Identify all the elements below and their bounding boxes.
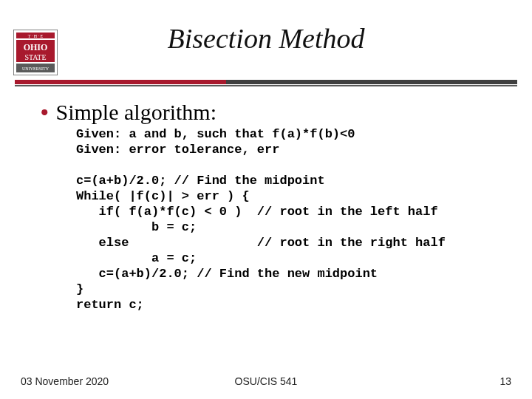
bullet-text: Simple algorithm: bbox=[56, 100, 217, 125]
content-area: • Simple algorithm: Given: a and b, such… bbox=[41, 100, 510, 313]
algorithm-code: Given: a and b, such that f(a)*f(b)<0 Gi… bbox=[76, 126, 510, 313]
slide-title: Bisection Method bbox=[0, 22, 532, 55]
footer-center: OSU/CIS 541 bbox=[21, 375, 511, 387]
svg-text:UNIVERSITY: UNIVERSITY bbox=[22, 66, 50, 71]
footer: 03 November 2020 OSU/CIS 541 13 bbox=[21, 375, 511, 387]
title-underline bbox=[15, 80, 517, 84]
bullet-row: • Simple algorithm: bbox=[41, 100, 510, 125]
bullet-dot-icon: • bbox=[41, 100, 49, 125]
